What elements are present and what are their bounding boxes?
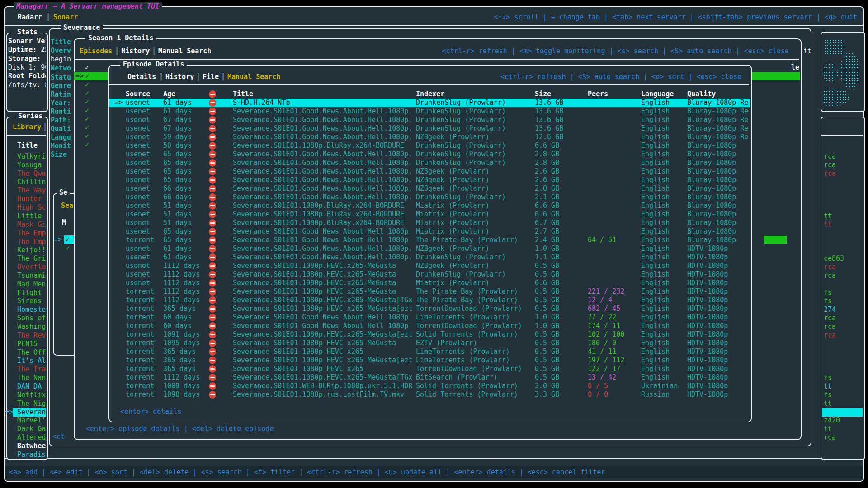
tab-library[interactable]: Library	[13, 123, 41, 131]
list-item[interactable]: The Emp	[17, 229, 46, 238]
list-item[interactable]: Valkyri	[17, 152, 46, 161]
table-row[interactable]	[109, 210, 750, 219]
list-item[interactable]: Mask Gi	[17, 221, 46, 229]
list-item[interactable]: It's Al	[17, 357, 46, 365]
list-item[interactable]: Sirens	[17, 297, 46, 305]
tab-history[interactable]: History	[121, 47, 150, 56]
list-item[interactable]: Netflix	[17, 391, 46, 399]
list-item[interactable]: The Nig	[17, 399, 46, 408]
table-row[interactable]	[109, 313, 750, 322]
clipped-header-fragment: le	[791, 63, 799, 72]
table-row[interactable]	[109, 227, 750, 236]
column-header[interactable]: Age	[163, 90, 175, 99]
table-row[interactable]	[109, 141, 750, 150]
table-row[interactable]	[109, 244, 750, 253]
tab-episodes[interactable]: Episodes	[80, 47, 112, 56]
table-row[interactable]	[109, 150, 750, 159]
column-header[interactable]: Indexer	[416, 90, 444, 99]
stats-line: /nfs/tv: 8	[8, 81, 46, 89]
list-item[interactable]: High Sc	[17, 203, 46, 212]
monitored-icon: ✓	[85, 132, 89, 141]
clipped-text-fragment: rca	[824, 161, 836, 169]
list-item[interactable]: The Rev	[17, 331, 46, 340]
table-row[interactable]	[109, 390, 750, 399]
tab-radarr[interactable]: Radarr	[18, 13, 42, 22]
tab-manual-search[interactable]: Manual Search	[158, 47, 211, 56]
list-item[interactable]: Keijo!!	[17, 246, 46, 254]
list-item[interactable]: Severan	[17, 408, 46, 417]
table-row[interactable]	[109, 107, 750, 116]
list-item[interactable]: Chillin	[17, 178, 46, 187]
list-item[interactable]: Hunter	[17, 195, 46, 203]
column-header[interactable]: Source	[126, 90, 150, 99]
column-header[interactable]: Title	[233, 90, 253, 99]
list-item[interactable]: Yosuga	[17, 161, 46, 169]
table-row[interactable]	[109, 296, 750, 305]
column-header[interactable]: Language	[641, 90, 674, 99]
table-row[interactable]	[109, 176, 750, 184]
table-row[interactable]	[109, 262, 750, 270]
list-item[interactable]: The Off	[17, 348, 46, 357]
list-item[interactable]: DAN DA	[17, 382, 46, 391]
table-row[interactable]	[109, 270, 750, 279]
list-item[interactable]: The Emp	[17, 238, 46, 246]
table-row[interactable]	[109, 279, 750, 287]
table-row[interactable]	[109, 287, 750, 296]
table-row[interactable]	[109, 347, 750, 356]
list-item[interactable]: Sons of	[17, 314, 46, 323]
table-row[interactable]	[109, 330, 750, 339]
tab-history[interactable]: History	[165, 73, 194, 81]
list-item[interactable]: Tsunami	[17, 272, 46, 280]
table-row[interactable]	[109, 322, 750, 330]
list-item[interactable]: The Way	[17, 186, 46, 195]
list-item[interactable]: The Qwa	[17, 169, 46, 178]
table-row[interactable]	[109, 133, 750, 141]
list-item[interactable]: The Nan	[17, 374, 46, 382]
clipped-tab-fragment[interactable]: Sea	[61, 202, 73, 210]
table-row[interactable]	[109, 253, 750, 262]
list-item[interactable]: Little	[17, 212, 46, 221]
list-item[interactable]: Mad Men	[17, 280, 46, 289]
list-item[interactable]: Dark Ga	[17, 425, 46, 433]
list-item[interactable]: Altered	[17, 433, 46, 442]
list-item[interactable]: Batwhee	[17, 442, 46, 450]
table-row[interactable]	[109, 373, 750, 382]
tab-manual-search[interactable]: Manual Search	[227, 73, 280, 81]
stats-line: Sonarr Ver	[8, 37, 46, 46]
list-item[interactable]: Overflo	[17, 263, 46, 272]
monitored-icon: ✓	[85, 72, 90, 80]
column-header[interactable]: Quality	[687, 90, 716, 99]
list-item[interactable]: Washing	[17, 323, 46, 331]
table-row[interactable]	[109, 356, 750, 365]
table-row[interactable]	[109, 124, 750, 133]
table-row[interactable]	[109, 202, 750, 210]
clipped-text-fragment: rca	[824, 314, 836, 323]
managarr-tui-screen: Managarr — A Servarr management TUI Rada…	[0, 0, 868, 488]
tab-details[interactable]: Details	[127, 73, 156, 81]
table-row[interactable]	[109, 339, 750, 347]
list-item[interactable]: Marvel'	[17, 416, 46, 425]
table-row[interactable]	[109, 116, 750, 124]
table-row[interactable]	[109, 305, 750, 313]
column-header[interactable]: Size	[535, 90, 551, 99]
table-row[interactable]	[109, 167, 750, 176]
column-header[interactable]: Peers	[588, 90, 608, 99]
table-row[interactable]	[109, 184, 750, 193]
monitored-icon: ✓	[85, 98, 89, 106]
table-row[interactable]	[109, 382, 750, 390]
table-row[interactable]	[109, 99, 750, 107]
tab-file[interactable]: File	[203, 73, 219, 81]
table-row[interactable]	[109, 159, 750, 167]
list-item[interactable]: Flight	[17, 289, 46, 297]
table-row[interactable]	[109, 219, 750, 227]
list-item[interactable]: The Tra	[17, 365, 46, 374]
table-row[interactable]	[109, 365, 750, 373]
clipped-text-fragment: rca	[824, 263, 836, 272]
list-item[interactable]: PEN15	[17, 340, 46, 348]
list-item[interactable]: Homeste	[17, 305, 46, 314]
tab-sonarr[interactable]: Sonarr	[53, 13, 78, 22]
list-item[interactable]: The Gri	[17, 254, 46, 263]
table-row[interactable]	[109, 236, 750, 244]
table-row[interactable]	[109, 193, 750, 202]
list-item[interactable]: Paradis	[17, 450, 46, 459]
